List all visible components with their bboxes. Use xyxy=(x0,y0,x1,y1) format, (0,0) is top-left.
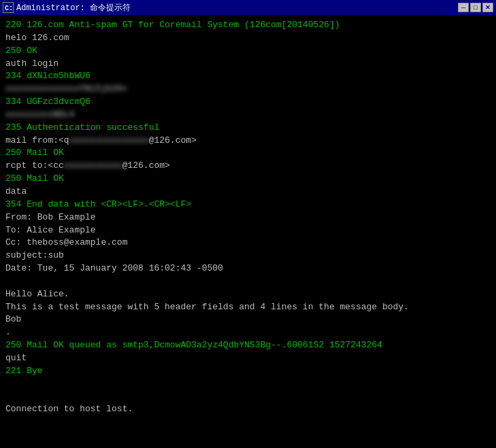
empty-line-21 xyxy=(5,275,491,288)
line-11: 250 Mail OK xyxy=(5,147,491,160)
line-27: quit xyxy=(5,352,491,365)
window-controls: ─ □ ✕ xyxy=(458,3,493,12)
line-26: 250 Mail OK queued as smtp3,DcmowAD3a2yz… xyxy=(5,339,491,352)
line-6: xxxxxxxxxxxxxxYNi5jb20= xyxy=(5,83,491,96)
line-4: auth login xyxy=(5,58,491,71)
line-7: 334 UGFzc3dvcmQ6 xyxy=(5,96,491,109)
line-9: 235 Authentication successful xyxy=(5,122,491,135)
line-22: Hello Alice. xyxy=(5,288,491,301)
title-bar: C: Administrator: 命令提示符 ─ □ ✕ xyxy=(0,0,496,15)
minimize-button[interactable]: ─ xyxy=(458,3,469,12)
line-14: data xyxy=(5,186,491,199)
maximize-button[interactable]: □ xyxy=(470,3,481,12)
title-bar-left: C: Administrator: 命令提示符 xyxy=(3,2,131,14)
line-25: . xyxy=(5,326,491,339)
line-1: 220 126.com Anti-spam GT for Coremail Sy… xyxy=(5,19,491,32)
line-12: rcpt to:<ccxxxxxxxxxxx@126.com> xyxy=(5,160,491,173)
line-8: xxxxxxxxxNDc4 xyxy=(5,109,491,122)
line-24: Bob xyxy=(5,313,491,326)
line-18: Cc: theboss@example.com xyxy=(5,237,491,249)
line-16: From: Bob Example xyxy=(5,211,491,224)
line-19: subject:sub xyxy=(5,249,491,262)
cmd-icon: C: xyxy=(3,2,14,13)
close-button[interactable]: ✕ xyxy=(482,3,493,12)
line-10: mail from:<qxxxxxxxxxxxxxxx@126.com> xyxy=(5,135,491,148)
line-31: Connection to host lost. xyxy=(5,403,491,416)
line-15: 354 End data with <CR><LF>.<CR><LF> xyxy=(5,199,491,211)
line-20: Date: Tue, 15 January 2008 16:02:43 -050… xyxy=(5,262,491,275)
line-17: To: Alice Example xyxy=(5,224,491,237)
line-13: 250 Mail OK xyxy=(5,173,491,186)
empty-line-29 xyxy=(5,378,491,391)
blurred-username: xxxxxxxxxxxxxxYNi5jb20= xyxy=(5,84,127,94)
line-28: 221 Bye xyxy=(5,365,491,378)
line-3: 250 OK xyxy=(5,45,491,58)
console-output: 220 126.com Anti-spam GT for Coremail Sy… xyxy=(0,15,496,448)
window-title: Administrator: 命令提示符 xyxy=(16,2,131,14)
line-23: This is a test message with 5 header fie… xyxy=(5,301,491,314)
blurred-to-email: xxxxxxxxxxx xyxy=(64,160,122,171)
line-5: 334 dXNlcm5hbWU6 xyxy=(5,70,491,83)
blurred-from-email: xxxxxxxxxxxxxxx xyxy=(69,135,149,145)
line-2: helo 126.com xyxy=(5,32,491,45)
cmd-window: C: Administrator: 命令提示符 ─ □ ✕ 220 126.co… xyxy=(0,0,496,448)
blurred-password: xxxxxxxxxNDc4 xyxy=(5,109,74,120)
empty-line-30 xyxy=(5,390,491,403)
svg-text:C:: C: xyxy=(5,5,13,12)
